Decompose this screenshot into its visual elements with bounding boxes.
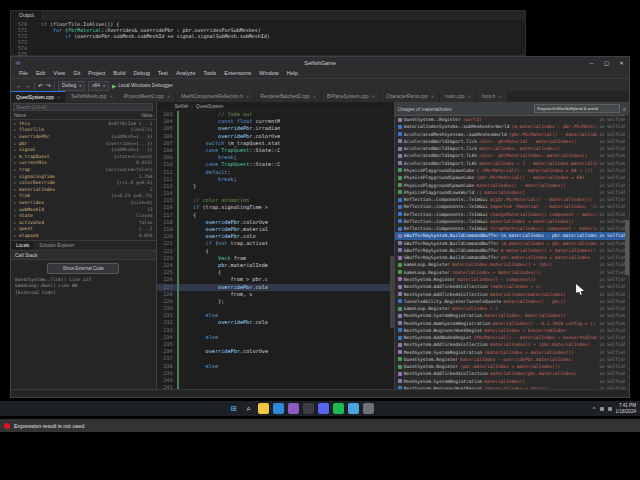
callstack-frame[interactable]: [External Code] [11, 290, 156, 297]
locals-row[interactable]: ▸stateClosed [11, 212, 156, 219]
editor-tab[interactable]: CharacterRand.cpp✕ [381, 91, 440, 102]
usage-row[interactable]: NextSystem.AddNodesRegist(PbrMaterial() … [395, 334, 629, 341]
close-tab-icon[interactable]: ✕ [498, 94, 501, 99]
navigate-back-icon[interactable]: ← [16, 83, 22, 89]
usage-row[interactable]: NextSystem.AddTickedsCollection(material… [395, 283, 629, 290]
menu-item-help[interactable]: Help [283, 69, 302, 78]
solution-config-dropdown[interactable]: Debug▾ [58, 81, 85, 91]
code-editor[interactable]: Selfish›QuestSystem 203 // fade out204 c… [157, 102, 394, 390]
browser-icon[interactable] [273, 403, 284, 414]
close-tab-icon[interactable]: ✕ [467, 94, 470, 99]
usages-scrollbar-thumb[interactable] [625, 220, 629, 275]
file-explorer-icon[interactable] [258, 403, 269, 414]
visual-studio-icon[interactable] [288, 403, 299, 414]
floating-editor-tab[interactable]: Output [11, 11, 43, 20]
usage-row[interactable]: GBufferRaySystem.BuildCommandBuffer(m_ma… [395, 240, 629, 247]
usage-row[interactable]: AcceleratedWorldImport.Tickcolor: pbrMat… [395, 138, 629, 145]
editor-tab[interactable]: main.cpp✕ [440, 91, 477, 102]
usage-row[interactable]: GameLoop.Register(materialIndex + materi… [395, 269, 629, 276]
usage-row[interactable]: AcceleratedWorldImport.TLASmaterialIndex… [395, 160, 629, 167]
usage-row[interactable]: GameLoop.RegistermaterialIndex + 1in Sel… [395, 305, 629, 312]
usage-row[interactable]: materialIndexSystems::subMeshesForWorld(… [395, 123, 629, 130]
locals-row[interactable]: ▸elapsed0.016 [11, 232, 156, 239]
redo-icon[interactable]: ↷ [46, 82, 51, 89]
menu-item-window[interactable]: Window [255, 69, 283, 78]
usages-scrollbar[interactable] [625, 115, 629, 390]
usage-row[interactable]: QuestSystem.Register(pbr.materialIndex =… [395, 363, 629, 370]
settings-icon[interactable]: ≡ [623, 106, 626, 112]
menu-item-view[interactable]: View [49, 69, 69, 78]
menu-item-build[interactable]: Build [109, 69, 129, 78]
locals-row[interactable]: ▸subMeshId12 [11, 206, 156, 213]
usage-row[interactable]: Reflection::Components::TeImGuimaterialI… [395, 218, 629, 225]
volume-icon[interactable] [608, 407, 612, 411]
usage-row[interactable]: NextSystem.BeginnerHostRegistmaterialInd… [395, 327, 629, 334]
locals-row[interactable]: ▸from{x=0.25 y=0.75} [11, 193, 156, 200]
editor-tab[interactable]: BiPlaneSystem.cpp✕ [322, 91, 381, 102]
usage-row[interactable]: MeshSystem.SystemRegistration(materialIn… [395, 349, 629, 356]
usage-row[interactable]: PhysicsPlaygroundSpawnCube(pbr.PbrMateri… [395, 174, 629, 181]
start-debugging-button[interactable]: ▶ Local Windows Debugger [112, 83, 173, 89]
floating-editor-code[interactable]: 570 if (floorTile.IsAlive()) {571 for (P… [11, 20, 525, 58]
usage-row[interactable]: TunnelsAbility.RegisterTunnelsQuestsmate… [395, 298, 629, 305]
show-external-code-button[interactable]: Show External Code [47, 263, 119, 274]
usage-row[interactable]: NextSystem.AddTickedsCollectionmaterialI… [395, 290, 629, 297]
menu-item-debug[interactable]: Debug [130, 69, 154, 78]
usage-row[interactable]: MeshSystem.SystemRegistrationmaterialInd… [395, 312, 629, 319]
start-icon[interactable]: ⊞ [228, 403, 239, 414]
menu-item-git[interactable]: Git [69, 69, 84, 78]
tool-tab-solution-explorer[interactable]: Solution Explorer [34, 241, 79, 250]
menu-item-file[interactable]: File [15, 69, 32, 78]
search-icon[interactable]: ⌕ [243, 403, 254, 414]
usage-row[interactable]: NextSystem.AddTickedsCollectionmaterialI… [395, 370, 629, 377]
locals-row[interactable]: ▸signalingTime1.250 [11, 173, 156, 180]
close-tab-icon[interactable]: ✕ [167, 94, 170, 99]
usage-row[interactable]: AcceleratedMeshSystems::subMeshesWorld(p… [395, 131, 629, 138]
menu-item-test[interactable]: Test [154, 69, 172, 78]
usage-row[interactable]: GBufferRaySystem.BuildCommandBufferm_mat… [395, 247, 629, 254]
code-lines[interactable]: 203 // fade out204 const float currentM2… [157, 111, 394, 391]
breadcrumb[interactable]: Selfish›QuestSystem [157, 102, 394, 111]
menu-item-tools[interactable]: Tools [199, 69, 220, 78]
locals-row[interactable]: ▸pbr{overrides={...}} [11, 140, 156, 147]
locals-row[interactable]: ▸this0x01f8c2a4 {...} [11, 120, 156, 127]
navigate-forward-icon[interactable]: → [25, 83, 31, 89]
usage-row[interactable]: GBufferRaySystem.BuildCommandBuffer(m_ma… [395, 232, 629, 239]
close-tab-icon[interactable]: ✕ [372, 94, 375, 99]
settings-icon[interactable] [363, 403, 374, 414]
close-tab-icon[interactable]: ✕ [431, 94, 434, 99]
usage-row[interactable]: Reflection::Components::TeImGuithrapMate… [395, 225, 629, 232]
usage-row[interactable]: AcceleratedWorldImport.TLAScolor: pbrMat… [395, 152, 629, 159]
chat-icon[interactable] [348, 403, 359, 414]
terminal-icon[interactable] [303, 403, 314, 414]
usage-row[interactable]: MeshSystem.AmmSystemRegistrationmaterial… [395, 319, 629, 326]
tool-tab-locals[interactable]: Locals [11, 241, 34, 250]
usage-row[interactable]: GBufferRaySystem.BuildCommandBufferpbr.m… [395, 254, 629, 261]
editor-tab[interactable]: QuestSystem.cpp✕ [11, 91, 66, 102]
discord-icon[interactable] [318, 403, 329, 414]
menu-item-extensions[interactable]: Extensions [220, 69, 255, 78]
usage-row[interactable]: GameLoop.RegistermaterialIndex.materialI… [395, 261, 629, 268]
close-tab-icon[interactable]: ✕ [109, 94, 112, 99]
taskbar-clock[interactable]: 7:41 PM 1/18/2024 [616, 403, 636, 414]
usage-row[interactable]: PhysicsPlaygroundSpawnCube1 (PbrMaterial… [395, 167, 629, 174]
editor-tab[interactable]: RendererBatched2.cpp✕ [255, 91, 322, 102]
platform-dropdown[interactable]: x64▾ [88, 81, 109, 91]
maximize-button[interactable]: ▢ [599, 57, 614, 69]
locals-search-input[interactable] [13, 103, 153, 111]
usage-row[interactable]: PhysicsPlaygroundSpawnCubematerialIndex(… [395, 181, 629, 188]
locals-row[interactable]: ▸quest{...} [11, 226, 156, 233]
usage-row[interactable]: Reflection::Components::TeImGuiImported … [395, 203, 629, 210]
usage-row[interactable]: Reflection::Components::TeImGuia(pbr.Pbr… [395, 196, 629, 203]
usage-row[interactable]: QuestSystem::Register(world)in Selfish [395, 116, 629, 123]
menu-item-project[interactable]: Project [84, 69, 109, 78]
usage-row[interactable]: MeshSystem.SystemRegistrationmaterialInd… [395, 378, 629, 385]
usage-row[interactable]: AcceleratedWorldImport.TickmaterialIndex… [395, 145, 629, 152]
minimize-button[interactable]: ─ [584, 57, 599, 69]
undo-icon[interactable]: ↶ [38, 82, 43, 89]
close-tab-icon[interactable]: ✕ [246, 94, 249, 99]
usage-row[interactable]: QuestSystem.RegistermaterialIndex - over… [395, 356, 629, 363]
locals-row[interactable]: ▸colorOverride{r=1.0 g=0.5} [11, 179, 156, 186]
locals-row[interactable]: ▸overridePbr{subMesh={...}} [11, 133, 156, 140]
locals-row[interactable]: ▸materialIndex3 [11, 186, 156, 193]
